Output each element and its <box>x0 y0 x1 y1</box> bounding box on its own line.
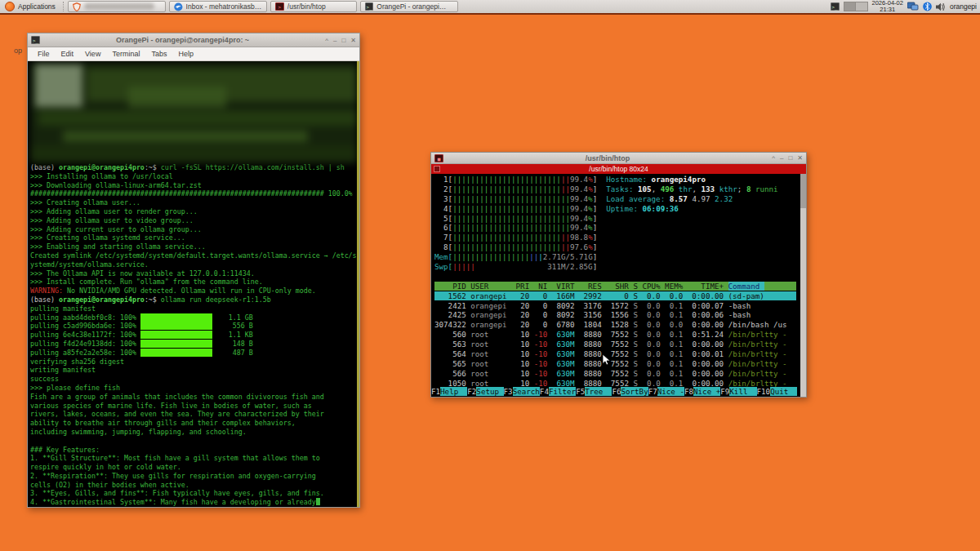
terminal-line: rivers, lakes, oceans, and even the sea.… <box>30 410 357 419</box>
fkey-f10[interactable]: F10 <box>757 387 771 396</box>
taskbar-window-htop[interactable]: > /usr/bin/htop <box>270 1 357 12</box>
mouse-cursor <box>602 354 612 366</box>
volume-icon[interactable] <box>936 2 946 11</box>
terminal-line: pulling aabd4debf0c8: 100% 1.1 GB <box>30 313 357 322</box>
tray-terminal-icon[interactable]: >_ <box>831 2 840 11</box>
desktop-icon-label-fragment: op <box>14 47 22 55</box>
terminal-line: >>> Installing ollama to /usr/local <box>30 172 357 181</box>
terminal-line: >>> Creating ollama user... <box>30 198 357 207</box>
menu-item-view[interactable]: View <box>80 49 105 59</box>
close-button[interactable]: ✕ <box>797 154 803 162</box>
htop-line: 564 root 10 -10 630M 8880 7552 S 0.0 0.1… <box>434 349 806 359</box>
bluetooth-icon[interactable] <box>923 2 932 11</box>
xterm-title: /usr/bin/htop 80x24 <box>589 165 648 173</box>
htop-line: 566 root 10 -10 630M 8880 7552 S 0.0 0.1… <box>434 369 806 379</box>
htop-output: 1[||||||||||||||||||||||||||99.4%] Hostn… <box>434 175 806 389</box>
shade-button[interactable]: ^ <box>772 154 775 162</box>
menu-item-help[interactable]: Help <box>173 49 198 59</box>
htop-line: Mem[||||||||||||||||||||2.71G/5.71G] <box>434 252 806 262</box>
menu-item-tabs[interactable]: Tabs <box>146 49 172 59</box>
taskbar-window-title: /usr/bin/htop <box>287 2 326 11</box>
fkey-f8[interactable]: F8 <box>684 387 693 396</box>
terminal-line: ########################################… <box>30 189 357 198</box>
fkey-label-quit[interactable]: Quit <box>770 387 797 396</box>
htop-line: 8[||||||||||||||||||||||||||97.6%] <box>434 242 806 252</box>
htop-function-key-bar: F1Help F2Setup F3SearchF4FilterF5Tree F6… <box>431 387 800 397</box>
terminal-line: >>> Adding ollama user to render group..… <box>30 207 357 216</box>
applications-menu-button[interactable]: Applications <box>0 0 60 13</box>
minimize-button[interactable]: – <box>333 37 336 44</box>
htop-titlebar[interactable]: ■ /usr/bin/htop ^ – □ ✕ <box>431 153 806 164</box>
htop-line: 3074322 orangepi 20 0 6780 1804 1528 S 0… <box>434 320 806 330</box>
fkey-f7[interactable]: F7 <box>648 387 657 396</box>
taskbar-window-inbox[interactable]: Inbox - mehatronikasbc... <box>169 1 267 12</box>
fkey-label-kill[interactable]: Kill <box>729 387 756 396</box>
fkey-label-nice -[interactable]: Nice - <box>657 387 684 396</box>
terminal-line: pulling a85fe2a2e58e: 100% 487 B <box>30 349 357 358</box>
menu-item-terminal[interactable]: Terminal <box>107 49 145 59</box>
orangepi-logo-icon <box>5 2 15 11</box>
menu-item-file[interactable]: File <box>33 49 55 59</box>
window-terminal-icon: >_ <box>31 36 40 44</box>
workspace-2[interactable] <box>856 2 867 11</box>
maximize-button[interactable]: □ <box>341 37 345 44</box>
system-tray: >_ 2026-04-02 21:31 orangepi <box>831 0 980 13</box>
minimize-button[interactable]: – <box>780 154 783 162</box>
fkey-f3[interactable]: F3 <box>504 387 513 396</box>
fkey-label-sortby[interactable]: SortBy <box>621 387 648 396</box>
terminal-line: >>> Install complete. Run "ollama" from … <box>30 278 357 287</box>
fkey-f2[interactable]: F2 <box>467 387 476 396</box>
taskbar-window-blurred[interactable] <box>68 1 166 12</box>
clock-time: 21:31 <box>872 7 903 13</box>
workspace-switcher[interactable] <box>844 2 868 11</box>
fkey-label-nice +[interactable]: Nice + <box>693 387 720 396</box>
terminal-titlebar[interactable]: >_ OrangePi - orangepi@orangepi4pro: ~ ^… <box>28 33 359 47</box>
taskbar-window-orangepi[interactable]: >_ OrangePi - orangepi@or... <box>360 1 458 12</box>
terminal-line: >>> Adding current user to ollama group.… <box>30 225 357 234</box>
fkey-f4[interactable]: F4 <box>540 387 549 396</box>
fkey-label-filter[interactable]: Filter <box>549 387 576 396</box>
fkey-f6[interactable]: F6 <box>612 387 621 396</box>
tray-username: orangepi <box>950 2 977 11</box>
htop-line: 2[||||||||||||||||||||||||||99.4%] Tasks… <box>434 184 806 194</box>
htop-scrollbar[interactable] <box>800 174 806 397</box>
workspace-1[interactable] <box>844 2 857 11</box>
maximize-button[interactable]: □ <box>788 154 792 162</box>
taskbar-window-title: Inbox - mehatronikasbc... <box>186 2 262 11</box>
shade-button[interactable]: ^ <box>325 37 328 44</box>
terminal-line: pulling 6e4c38e1172f: 100% 1.1 KB <box>30 331 357 340</box>
terminal-line: pulling f4d24e9138dd: 100% 148 B <box>30 340 357 349</box>
network-icon[interactable] <box>907 2 919 11</box>
fkey-label-setup[interactable]: Setup <box>476 387 503 396</box>
terminal-line: various species of marine life. Fish liv… <box>30 402 357 411</box>
close-button[interactable]: ✕ <box>350 37 356 44</box>
terminal-line: (base) orangepi@orangepi4pro:~$ ollama r… <box>30 295 357 304</box>
panel-clock[interactable]: 2026-04-02 21:31 <box>872 0 903 13</box>
htop-content[interactable]: 1[||||||||||||||||||||||||||99.4%] Hostn… <box>431 174 806 397</box>
htop-line: 7[||||||||||||||||||||||||||98.8%] <box>434 233 806 242</box>
fkey-label-help[interactable]: Help <box>440 387 467 396</box>
window-htop-icon: ■ <box>434 154 443 162</box>
progress-bar <box>140 331 212 339</box>
htop-line: PID USER PRI NI VIRT RES SHR S CPU% MEM%… <box>434 282 806 291</box>
fkey-f9[interactable]: F9 <box>720 387 729 396</box>
fkey-label-search[interactable]: Search <box>513 387 540 396</box>
applications-label: Applications <box>18 2 56 11</box>
fkey-f5[interactable]: F5 <box>576 387 585 396</box>
terminal-content[interactable]: (base) orangepi@orangepi4pro:~$ curl -fs… <box>28 61 359 507</box>
progress-bar <box>140 313 212 322</box>
htop-line: 5[||||||||||||||||||||||||||99.4%] <box>434 214 806 224</box>
menu-item-edit[interactable]: Edit <box>56 49 79 59</box>
htop-line <box>434 272 806 282</box>
scrollbar-thumb[interactable] <box>800 174 806 208</box>
terminal-line: success <box>30 375 357 384</box>
terminal-line: >>> The Ollama API is now available at 1… <box>30 269 357 278</box>
terminal-line <box>30 437 357 446</box>
fkey-f1[interactable]: F1 <box>431 387 440 396</box>
terminal-line: 4. **Gastrointestinal System**: Many fis… <box>30 498 357 507</box>
top-panel: Applications Inbox - mehatronikasbc... >… <box>0 0 980 15</box>
progress-bar <box>140 340 212 348</box>
fkey-label-tree[interactable]: Tree <box>585 387 612 396</box>
terminal-icon: >_ <box>365 2 373 11</box>
terminal-line: >>> Adding ollama user to video group... <box>30 216 357 225</box>
